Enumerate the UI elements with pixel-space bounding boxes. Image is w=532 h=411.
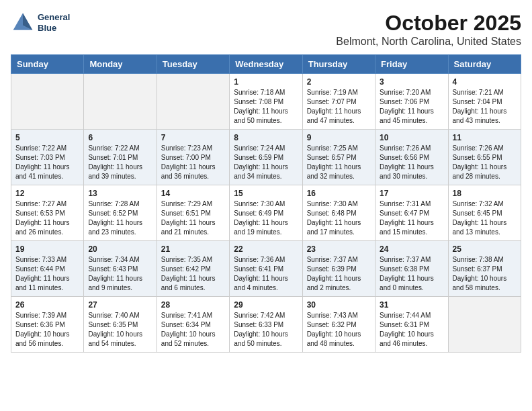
calendar-day-cell: 11Sunrise: 7:26 AM Sunset: 6:55 PM Dayli… [448, 130, 521, 185]
day-info: Sunrise: 7:37 AM Sunset: 6:39 PM Dayligh… [307, 255, 371, 293]
calendar-day-cell: 20Sunrise: 7:34 AM Sunset: 6:43 PM Dayli… [84, 241, 157, 297]
calendar-day-cell: 24Sunrise: 7:37 AM Sunset: 6:38 PM Dayli… [375, 241, 448, 297]
day-number: 22 [234, 244, 298, 254]
day-info: Sunrise: 7:33 AM Sunset: 6:44 PM Dayligh… [15, 255, 79, 293]
day-info: Sunrise: 7:42 AM Sunset: 6:33 PM Dayligh… [234, 311, 298, 349]
day-info: Sunrise: 7:44 AM Sunset: 6:31 PM Dayligh… [380, 311, 443, 349]
day-number: 27 [88, 300, 152, 310]
weekday-header: Thursday [302, 55, 375, 74]
day-number: 4 [453, 77, 517, 87]
day-number: 2 [307, 77, 371, 87]
day-number: 25 [453, 244, 517, 254]
day-number: 6 [88, 133, 152, 142]
title-area: October 2025 Belmont, North Carolina, Un… [336, 11, 521, 48]
day-info: Sunrise: 7:26 AM Sunset: 6:56 PM Dayligh… [380, 144, 443, 181]
weekday-header: Friday [375, 55, 448, 74]
day-number: 20 [88, 244, 152, 254]
calendar-week-row: 26Sunrise: 7:39 AM Sunset: 6:36 PM Dayli… [11, 297, 521, 353]
day-info: Sunrise: 7:41 AM Sunset: 6:34 PM Dayligh… [161, 311, 225, 349]
weekday-header-row: SundayMondayTuesdayWednesdayThursdayFrid… [11, 55, 521, 74]
calendar-day-cell: 6Sunrise: 7:22 AM Sunset: 7:01 PM Daylig… [84, 130, 157, 185]
day-number: 23 [307, 244, 371, 254]
day-info: Sunrise: 7:31 AM Sunset: 6:47 PM Dayligh… [380, 199, 443, 237]
calendar-empty-cell [84, 74, 157, 130]
day-info: Sunrise: 7:38 AM Sunset: 6:37 PM Dayligh… [453, 255, 517, 293]
day-info: Sunrise: 7:27 AM Sunset: 6:53 PM Dayligh… [15, 199, 79, 237]
page-title: October 2025 [336, 11, 521, 36]
calendar-day-cell: 21Sunrise: 7:35 AM Sunset: 6:42 PM Dayli… [157, 241, 229, 297]
day-info: Sunrise: 7:34 AM Sunset: 6:43 PM Dayligh… [88, 255, 152, 293]
day-info: Sunrise: 7:29 AM Sunset: 6:51 PM Dayligh… [161, 199, 225, 237]
page-subtitle: Belmont, North Carolina, United States [336, 36, 521, 48]
day-number: 11 [453, 133, 517, 142]
day-number: 21 [161, 244, 225, 254]
day-number: 1 [234, 77, 298, 87]
day-number: 16 [307, 189, 371, 198]
calendar-day-cell: 9Sunrise: 7:25 AM Sunset: 6:57 PM Daylig… [302, 130, 375, 185]
day-info: Sunrise: 7:22 AM Sunset: 7:03 PM Dayligh… [15, 144, 79, 181]
calendar-day-cell: 15Sunrise: 7:30 AM Sunset: 6:49 PM Dayli… [230, 185, 302, 241]
day-number: 26 [15, 300, 79, 310]
day-number: 7 [161, 133, 225, 142]
header: General Blue October 2025 Belmont, North… [11, 11, 521, 48]
calendar-day-cell: 4Sunrise: 7:21 AM Sunset: 7:04 PM Daylig… [448, 74, 521, 130]
day-info: Sunrise: 7:19 AM Sunset: 7:07 PM Dayligh… [307, 88, 371, 126]
day-info: Sunrise: 7:21 AM Sunset: 7:04 PM Dayligh… [453, 88, 517, 126]
weekday-header: Monday [84, 55, 157, 74]
day-info: Sunrise: 7:28 AM Sunset: 6:52 PM Dayligh… [88, 199, 152, 237]
calendar-day-cell: 1Sunrise: 7:18 AM Sunset: 7:08 PM Daylig… [230, 74, 302, 130]
calendar-week-row: 5Sunrise: 7:22 AM Sunset: 7:03 PM Daylig… [11, 130, 521, 185]
calendar-day-cell: 16Sunrise: 7:30 AM Sunset: 6:48 PM Dayli… [302, 185, 375, 241]
day-number: 14 [161, 189, 225, 198]
calendar-week-row: 1Sunrise: 7:18 AM Sunset: 7:08 PM Daylig… [11, 74, 521, 130]
calendar-day-cell: 18Sunrise: 7:32 AM Sunset: 6:45 PM Dayli… [448, 185, 521, 241]
day-info: Sunrise: 7:25 AM Sunset: 6:57 PM Dayligh… [307, 144, 371, 181]
day-info: Sunrise: 7:26 AM Sunset: 6:55 PM Dayligh… [453, 144, 517, 181]
day-info: Sunrise: 7:32 AM Sunset: 6:45 PM Dayligh… [453, 199, 517, 237]
calendar-week-row: 19Sunrise: 7:33 AM Sunset: 6:44 PM Dayli… [11, 241, 521, 297]
calendar-day-cell: 3Sunrise: 7:20 AM Sunset: 7:06 PM Daylig… [375, 74, 448, 130]
calendar-day-cell: 26Sunrise: 7:39 AM Sunset: 6:36 PM Dayli… [11, 297, 84, 353]
logo-icon [11, 11, 35, 35]
day-number: 5 [15, 133, 79, 142]
calendar-week-row: 12Sunrise: 7:27 AM Sunset: 6:53 PM Dayli… [11, 185, 521, 241]
day-number: 3 [380, 77, 443, 87]
day-number: 17 [380, 189, 443, 198]
day-number: 29 [234, 300, 298, 310]
logo-text: General Blue [38, 12, 70, 33]
day-number: 12 [15, 189, 79, 198]
day-number: 19 [15, 244, 79, 254]
day-info: Sunrise: 7:18 AM Sunset: 7:08 PM Dayligh… [234, 88, 298, 126]
weekday-header: Sunday [11, 55, 84, 74]
day-info: Sunrise: 7:22 AM Sunset: 7:01 PM Dayligh… [88, 144, 152, 181]
calendar-day-cell: 14Sunrise: 7:29 AM Sunset: 6:51 PM Dayli… [157, 185, 229, 241]
calendar-empty-cell [448, 297, 521, 353]
calendar-day-cell: 7Sunrise: 7:23 AM Sunset: 7:00 PM Daylig… [157, 130, 229, 185]
weekday-header: Wednesday [230, 55, 302, 74]
weekday-header: Tuesday [157, 55, 229, 74]
calendar-day-cell: 17Sunrise: 7:31 AM Sunset: 6:47 PM Dayli… [375, 185, 448, 241]
day-info: Sunrise: 7:30 AM Sunset: 6:49 PM Dayligh… [234, 199, 298, 237]
calendar-day-cell: 23Sunrise: 7:37 AM Sunset: 6:39 PM Dayli… [302, 241, 375, 297]
day-number: 13 [88, 189, 152, 198]
day-number: 28 [161, 300, 225, 310]
calendar-day-cell: 5Sunrise: 7:22 AM Sunset: 7:03 PM Daylig… [11, 130, 84, 185]
calendar-day-cell: 13Sunrise: 7:28 AM Sunset: 6:52 PM Dayli… [84, 185, 157, 241]
calendar-day-cell: 2Sunrise: 7:19 AM Sunset: 7:07 PM Daylig… [302, 74, 375, 130]
day-number: 8 [234, 133, 298, 142]
calendar-table: SundayMondayTuesdayWednesdayThursdayFrid… [11, 54, 521, 353]
day-info: Sunrise: 7:35 AM Sunset: 6:42 PM Dayligh… [161, 255, 225, 293]
calendar-day-cell: 30Sunrise: 7:43 AM Sunset: 6:32 PM Dayli… [302, 297, 375, 353]
day-info: Sunrise: 7:37 AM Sunset: 6:38 PM Dayligh… [380, 255, 443, 293]
calendar-empty-cell [11, 74, 84, 130]
day-number: 24 [380, 244, 443, 254]
logo: General Blue [11, 11, 70, 35]
calendar-day-cell: 28Sunrise: 7:41 AM Sunset: 6:34 PM Dayli… [157, 297, 229, 353]
day-number: 10 [380, 133, 443, 142]
day-info: Sunrise: 7:23 AM Sunset: 7:00 PM Dayligh… [161, 144, 225, 181]
calendar-day-cell: 22Sunrise: 7:36 AM Sunset: 6:41 PM Dayli… [230, 241, 302, 297]
day-info: Sunrise: 7:39 AM Sunset: 6:36 PM Dayligh… [15, 311, 79, 349]
day-number: 30 [307, 300, 371, 310]
day-number: 18 [453, 189, 517, 198]
day-info: Sunrise: 7:40 AM Sunset: 6:35 PM Dayligh… [88, 311, 152, 349]
